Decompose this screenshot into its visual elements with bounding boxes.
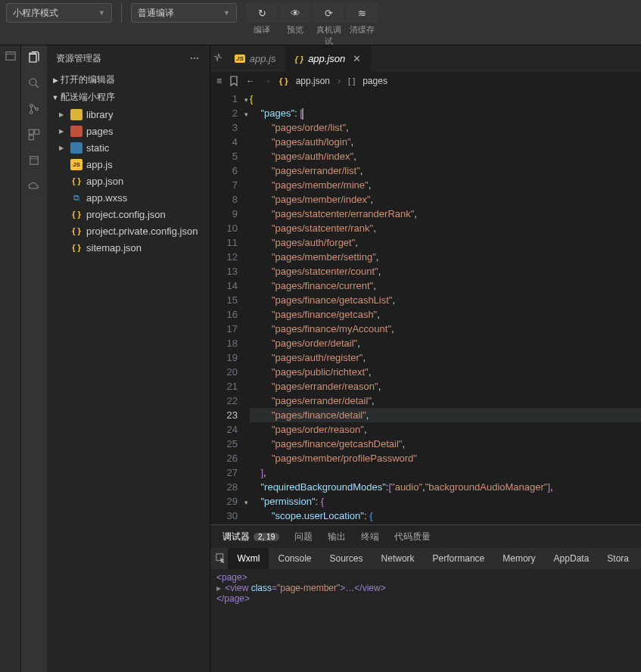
code-line[interactable]: "pages/statcenter/rank", — [250, 221, 641, 235]
devsub-Performance[interactable]: Performance — [424, 548, 494, 569]
code-line[interactable]: "pages/errander/reason", — [250, 379, 641, 394]
mode-dropdown[interactable]: 小程序模式 ▼ — [6, 3, 112, 23]
code-line[interactable]: "pages/statcenter/count", — [250, 264, 641, 278]
code-line[interactable]: { — [250, 92, 641, 106]
extensions-icon[interactable] — [26, 127, 42, 142]
editor-tab[interactable]: { }app.json✕ — [286, 45, 372, 72]
devsub-Wxml[interactable]: Wxml — [228, 548, 269, 569]
js-icon: JS — [235, 54, 245, 63]
code-line[interactable]: "scope.userLocation": { — [250, 509, 641, 523]
project-section[interactable]: ▼ 配送端小程序 — [47, 89, 210, 106]
code-line[interactable]: "requiredBackgroundModes":["audio","back… — [250, 480, 641, 494]
chevron-icon: ▶ — [59, 128, 67, 135]
nav-fwd-icon[interactable]: → — [263, 76, 272, 86]
compile-label: 普通编译 — [138, 7, 174, 20]
code-line[interactable]: "pages/auth/register", — [250, 350, 641, 365]
devsub-Console[interactable]: Console — [269, 548, 320, 569]
code-line[interactable]: "pages/member/setting", — [250, 250, 641, 264]
tree-node[interactable]: { }project.private.config.json — [48, 222, 210, 239]
code-line[interactable]: "pages/statcenter/erranderRank", — [250, 207, 641, 221]
code-line[interactable]: "pages": [ — [250, 106, 641, 120]
code-line[interactable]: "pages/finance/getcashDetail", — [250, 437, 641, 451]
code-line[interactable]: "pages/order/detail", — [250, 336, 641, 350]
tree-label: pages — [86, 126, 113, 137]
devtools-tabs: 调试器2, 19问题输出终端代码质量 — [210, 525, 641, 548]
chevron-down-icon: ▼ — [98, 9, 105, 17]
tree-node[interactable]: ▶pages — [48, 123, 210, 139]
devtab-终端[interactable]: 终端 — [353, 525, 387, 548]
breadcrumbs[interactable]: ≡ ← → { } app.json › [ ] pages — [210, 72, 641, 90]
explorer-title: 资源管理器 — [56, 52, 101, 65]
nav-back-icon[interactable]: ← — [246, 76, 255, 86]
code-line[interactable]: "pages/member/profilePassword" — [250, 451, 641, 465]
code-line[interactable]: "pages/finance/getcash", — [250, 307, 641, 322]
window-icon[interactable] — [3, 48, 18, 64]
folder-b-icon — [70, 142, 82, 154]
compile-dropdown[interactable]: 普通编译 ▼ — [131, 3, 237, 23]
wxml-body[interactable]: <page> ▸ <view class="page-member">…</vi… — [210, 569, 641, 672]
tree-node[interactable]: { }sitemap.json — [48, 239, 210, 256]
svg-point-5 — [30, 111, 33, 114]
svg-line-3 — [36, 85, 39, 88]
code-line[interactable]: "pages/errander/detail", — [250, 394, 641, 408]
code-line[interactable]: "pages/finance/current", — [250, 278, 641, 293]
top-toolbar: 小程序模式 ▼ 普通编译 ▼ ↻👁⟳≋编译预览真机调试清缓存 — [0, 0, 641, 45]
crumb-symbol[interactable]: pages — [363, 76, 387, 86]
tree-node[interactable]: ⧉app.wxss — [48, 189, 210, 206]
code-line[interactable]: "pages/finance/myAccount", — [250, 322, 641, 336]
tree-node[interactable]: ▶static — [48, 139, 210, 156]
code-line[interactable]: "pages/auth/login", — [250, 135, 641, 149]
code-line[interactable]: "pages/public/richtext", — [250, 365, 641, 379]
expand-icon[interactable]: ▸ — [216, 583, 223, 593]
devsub-Stora[interactable]: Stora — [598, 548, 638, 569]
code-line[interactable]: "pages/auth/forget", — [250, 235, 641, 250]
editors-section[interactable]: ▶ 打开的编辑器 — [47, 71, 210, 89]
tree-node[interactable]: JSapp.js — [48, 156, 210, 173]
devtab-调试器[interactable]: 调试器2, 19 — [215, 525, 287, 548]
more-icon[interactable]: ⋯ — [190, 53, 201, 64]
code-line[interactable]: "pages/order/list", — [250, 120, 641, 135]
bookmark-icon[interactable] — [229, 76, 238, 86]
toolbar-label: 真机调试 — [313, 24, 344, 47]
toolbar-真机调试[interactable]: ⟳ — [313, 3, 344, 23]
code-line[interactable]: ], — [250, 465, 641, 480]
devtab-问题[interactable]: 问题 — [287, 525, 320, 548]
code-line[interactable]: "pages/errander/list", — [250, 163, 641, 178]
code-editor[interactable]: 1▾2▾345678910111213141516171819202122232… — [210, 90, 641, 524]
devtab-代码质量[interactable]: 代码质量 — [387, 525, 438, 548]
code-line[interactable]: "pages/finance/getcashList", — [250, 293, 641, 307]
code-line[interactable]: "pages/member/mine", — [250, 178, 641, 192]
scm-icon[interactable] — [26, 101, 42, 117]
debug-icon[interactable] — [26, 153, 42, 168]
tree-node[interactable]: { }project.config.json — [48, 206, 210, 222]
array-icon: [ ] — [348, 76, 355, 86]
code-line[interactable]: "pages/member/index", — [250, 192, 641, 207]
devsub-Memory[interactable]: Memory — [493, 548, 544, 569]
chevron-down-icon: ▼ — [223, 9, 230, 17]
devtab-输出[interactable]: 输出 — [320, 525, 353, 548]
crumb-file[interactable]: app.json — [296, 76, 330, 86]
tree-label: project.config.json — [86, 209, 166, 220]
toolbar-清缓存[interactable]: ≋ — [346, 3, 378, 23]
tab-toggle-icon[interactable] — [210, 45, 226, 72]
chevron-right-icon: ▶ — [50, 76, 61, 84]
code-line[interactable]: "pages/order/reason", — [250, 422, 641, 437]
json-icon: { } — [70, 242, 82, 254]
section-label: 配送端小程序 — [61, 91, 115, 104]
code-line[interactable]: "permission": { — [250, 494, 641, 509]
inspect-icon[interactable] — [213, 551, 228, 566]
code-line[interactable]: "pages/auth/index", — [250, 149, 641, 163]
editor-tab[interactable]: JSapp.js — [226, 45, 286, 72]
explorer-icon[interactable] — [26, 50, 42, 65]
devsub-AppData[interactable]: AppData — [545, 548, 599, 569]
toolbar-预览[interactable]: 👁 — [279, 3, 311, 23]
tree-node[interactable]: ▶library — [48, 106, 210, 123]
search-icon[interactable] — [26, 76, 42, 91]
devsub-Network[interactable]: Network — [372, 548, 424, 569]
devsub-Sources[interactable]: Sources — [321, 548, 372, 569]
close-icon[interactable]: ✕ — [353, 53, 361, 64]
code-line[interactable]: "pages/finance/detail", — [250, 408, 641, 422]
tree-node[interactable]: { }app.json — [48, 173, 210, 189]
toolbar-编译[interactable]: ↻ — [246, 3, 278, 23]
cloud-icon[interactable] — [26, 179, 42, 194]
